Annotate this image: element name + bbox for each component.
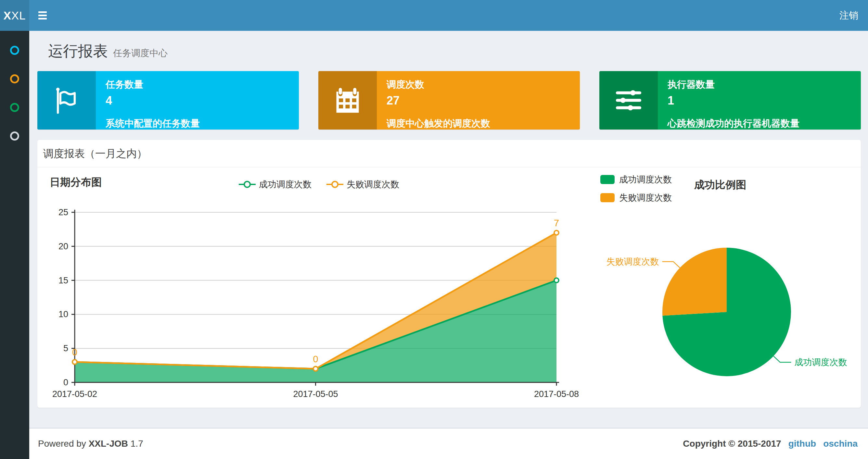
info-box-description: 心跳检测成功的执行器机器数量 — [668, 117, 854, 130]
copyright-text: Copyright © 2015-2017 — [683, 438, 781, 449]
sidebar-item-4[interactable] — [0, 122, 29, 150]
panel-body: 日期分布图 成功调度次数 失败调度次数 — [37, 168, 861, 408]
product-name: XXL-JOB — [89, 438, 128, 449]
info-box-jobs: 任务数量 4 系统中配置的任务数量 — [37, 71, 299, 130]
sidebar-item-3[interactable] — [0, 93, 29, 122]
info-box-content: 执行器数量 1 心跳检测成功的执行器机器数量 — [658, 71, 861, 130]
product-version: 1.7 — [131, 438, 143, 449]
svg-text:失败调度次数: 失败调度次数 — [607, 257, 659, 266]
copyright-area: Copyright © 2015-2017 github oschina — [683, 438, 858, 449]
success-ratio-pie-chart: 成功调度次数失败调度次数 — [37, 168, 861, 408]
page-subtitle: 任务调度中心 — [113, 47, 167, 59]
info-box-description: 调度中心触发的调度次数 — [386, 117, 573, 130]
logout-link[interactable]: 注销 — [839, 9, 858, 22]
sliders-icon — [599, 71, 658, 130]
circle-icon — [10, 131, 19, 140]
powered-by: Powered by XXL-JOB 1.7 — [38, 438, 143, 449]
sidebar-toggle-icon[interactable] — [38, 8, 53, 23]
flag-icon — [37, 71, 96, 130]
calendar-icon — [318, 71, 377, 130]
circle-icon — [10, 103, 19, 112]
content-header: 运行报表 任务调度中心 — [29, 31, 868, 61]
app-logo[interactable]: XXL — [0, 0, 29, 31]
circle-icon — [10, 74, 19, 84]
github-link[interactable]: github — [788, 438, 816, 449]
panel-title: 调度报表（一月之内） — [37, 140, 861, 167]
navbar-body: 注销 — [29, 0, 868, 31]
info-box-content: 任务数量 4 系统中配置的任务数量 — [96, 71, 299, 130]
svg-text:成功调度次数: 成功调度次数 — [794, 357, 847, 367]
info-box-label: 调度次数 — [386, 78, 573, 91]
info-box-executors: 执行器数量 1 心跳检测成功的执行器机器数量 — [599, 71, 861, 130]
sidebar-item-1[interactable] — [0, 36, 29, 65]
page-title: 运行报表 — [48, 41, 108, 61]
powered-prefix: Powered by — [38, 438, 86, 449]
logo-text-light: XL — [11, 9, 26, 22]
content-area: 运行报表 任务调度中心 任务数量 4 系统中配置的任务数量 — [29, 31, 868, 428]
info-box-label: 任务数量 — [105, 78, 292, 91]
top-navbar: XXL 注销 — [0, 0, 868, 31]
mini-sidebar — [0, 31, 29, 459]
report-panel: 调度报表（一月之内） 日期分布图 成功调度次数 失败调度次数 — [37, 140, 861, 408]
info-box-value: 27 — [386, 94, 573, 107]
circle-icon — [10, 46, 19, 55]
info-box-triggers: 调度次数 27 调度中心触发的调度次数 — [318, 71, 580, 130]
info-box-description: 系统中配置的任务数量 — [105, 117, 292, 130]
page-footer: Powered by XXL-JOB 1.7 Copyright © 2015-… — [29, 428, 868, 459]
sidebar-item-2[interactable] — [0, 65, 29, 93]
info-box-value: 1 — [668, 94, 854, 107]
info-box-label: 执行器数量 — [668, 78, 854, 91]
info-box-row: 任务数量 4 系统中配置的任务数量 调度次数 27 调度中心触发的调度次数 — [37, 71, 861, 130]
logo-text-bold: X — [3, 9, 11, 22]
info-box-value: 4 — [105, 94, 292, 107]
info-box-content: 调度次数 27 调度中心触发的调度次数 — [377, 71, 580, 130]
oschina-link[interactable]: oschina — [823, 438, 858, 449]
